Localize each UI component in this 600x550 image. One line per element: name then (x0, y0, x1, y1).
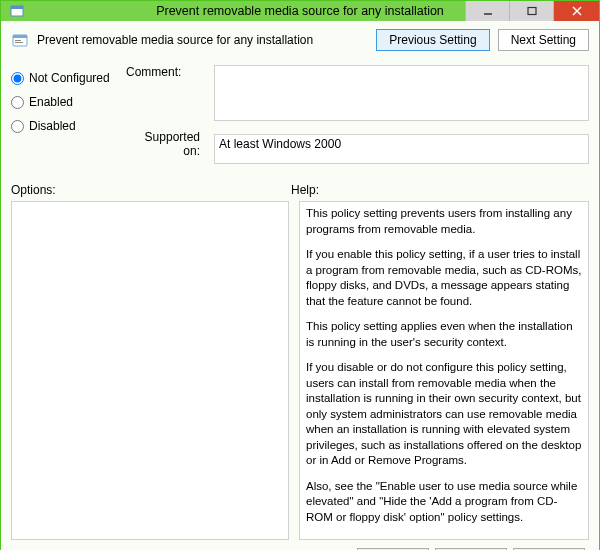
policy-name: Prevent removable media source for any i… (37, 33, 313, 47)
help-label: Help: (291, 183, 589, 197)
app-icon (9, 3, 25, 19)
svg-rect-9 (15, 42, 23, 43)
state-radios: Not Configured Enabled Disabled (11, 65, 116, 167)
titlebar[interactable]: Prevent removable media source for any i… (1, 1, 599, 21)
radio-enabled[interactable]: Enabled (11, 95, 116, 109)
radio-disabled[interactable]: Disabled (11, 119, 116, 133)
help-text: This policy setting prevents users from … (306, 206, 582, 237)
radio-disabled-input[interactable] (11, 120, 24, 133)
help-text: If you disable or do not configure this … (306, 360, 582, 469)
help-text: Also, see the "Enable user to use media … (306, 479, 582, 526)
lower-panels: This policy setting prevents users from … (11, 201, 589, 540)
options-panel (11, 201, 289, 540)
svg-rect-3 (528, 8, 536, 15)
window-controls (465, 1, 599, 21)
previous-setting-button[interactable]: Previous Setting (376, 29, 489, 51)
svg-rect-1 (11, 6, 23, 9)
policy-icon (11, 31, 29, 49)
svg-rect-8 (15, 40, 21, 41)
help-text: This policy setting applies even when th… (306, 319, 582, 350)
comment-field[interactable] (214, 65, 589, 121)
dialog-buttons: OK Cancel Apply (11, 540, 589, 550)
comment-label: Comment: (126, 65, 204, 124)
options-label: Options: (11, 183, 291, 197)
supported-on-label: Supported on: (126, 130, 204, 158)
help-text: If you enable this policy setting, if a … (306, 247, 582, 309)
radio-enabled-input[interactable] (11, 96, 24, 109)
radio-not-configured-label: Not Configured (29, 71, 110, 85)
radio-not-configured[interactable]: Not Configured (11, 71, 116, 85)
policy-editor-window: Prevent removable media source for any i… (0, 0, 600, 550)
supported-on-field (214, 134, 589, 164)
radio-not-configured-input[interactable] (11, 72, 24, 85)
maximize-button[interactable] (509, 1, 553, 21)
header-row: Prevent removable media source for any i… (11, 29, 589, 51)
next-setting-button[interactable]: Next Setting (498, 29, 589, 51)
minimize-button[interactable] (465, 1, 509, 21)
help-panel[interactable]: This policy setting prevents users from … (299, 201, 589, 540)
radio-disabled-label: Disabled (29, 119, 76, 133)
radio-enabled-label: Enabled (29, 95, 73, 109)
config-area: Not Configured Enabled Disabled Comment: (11, 65, 589, 167)
content-area: Prevent removable media source for any i… (1, 21, 599, 550)
svg-rect-7 (13, 35, 27, 38)
close-button[interactable] (553, 1, 599, 21)
section-labels: Options: Help: (11, 183, 589, 197)
